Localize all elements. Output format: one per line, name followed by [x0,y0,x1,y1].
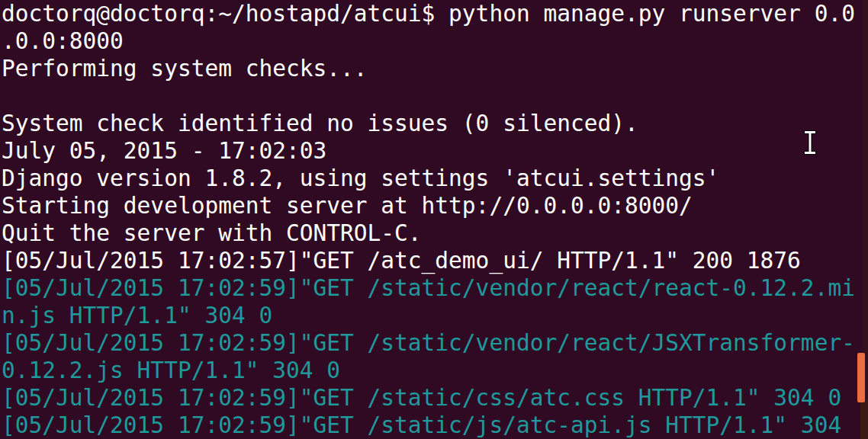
terminal-line: [05/Jul/2015 17:02:59]"GET /static/css/a… [2,384,868,412]
terminal-line: doctorq@doctorq:~/hostapd/atcui$ python … [2,0,868,27]
scrollbar-trough-lower[interactable] [860,399,868,439]
terminal-window: doctorq@doctorq:~/hostapd/atcui$ python … [0,0,868,439]
terminal-line: 0.12.2.js HTTP/1.1" 304 0 [2,357,868,384]
terminal-line: Quit the server with CONTROL-C. [2,220,868,247]
terminal-line: Django version 1.8.2, using settings 'at… [2,165,868,192]
scrollbar-thumb[interactable] [857,353,865,402]
terminal-line: System check identified no issues (0 sil… [2,110,868,137]
terminal-line [2,82,868,110]
terminal-output: doctorq@doctorq:~/hostapd/atcui$ python … [2,0,868,439]
terminal-line: [05/Jul/2015 17:02:59]"GET /static/js/at… [2,412,868,439]
terminal-line: n.js HTTP/1.1" 304 0 [2,302,868,329]
terminal-line: [05/Jul/2015 17:02:59]"GET /static/vendo… [2,274,868,302]
terminal-line: Performing system checks... [2,55,868,82]
terminal-line: .0.0:8000 [2,27,868,55]
terminal-line: Starting development server at http://0.… [2,192,868,220]
terminal-line: [05/Jul/2015 17:02:59]"GET /static/vendo… [2,329,868,357]
terminal-line: July 05, 2015 - 17:02:03 [2,137,868,165]
terminal-line: [05/Jul/2015 17:02:57]"GET /atc_demo_ui/… [2,247,868,274]
ibeam-cursor [802,130,818,157]
